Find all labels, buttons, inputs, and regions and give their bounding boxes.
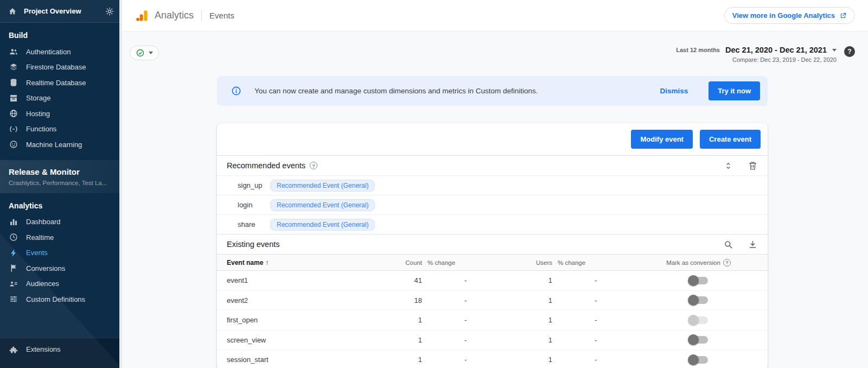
date-range-selector[interactable]: Last 12 months Dec 21, 2020 - Dec 21, 20… — [676, 46, 837, 54]
sidebar-item-events[interactable]: Events — [0, 245, 119, 261]
analytics-topbar: Analytics Events View more in Google Ana… — [122, 0, 868, 31]
mark-as-conversion-toggle[interactable] — [689, 277, 708, 284]
mark-as-conversion-toggle[interactable] — [689, 356, 708, 364]
mark-as-conversion-toggle[interactable] — [689, 336, 708, 344]
sidebar-item-storage[interactable]: Storage — [0, 91, 119, 106]
download-icon[interactable] — [748, 239, 758, 250]
existing-events-header: Existing events — [217, 234, 768, 254]
count-cell: 41 — [384, 276, 422, 284]
sidebar-item-realtime-database[interactable]: Realtime Database — [0, 75, 119, 91]
modify-event-button[interactable]: Modify event — [631, 130, 692, 149]
app-root: Project Overview Build Authentication Fi… — [0, 0, 868, 368]
event-table-row: event1 41 - 1 - — [217, 271, 768, 291]
date-range-value: Dec 21, 2020 - Dec 21, 2021 — [725, 46, 827, 54]
users-change-cell: - — [552, 336, 639, 344]
sidebar-item-label: Events — [26, 249, 48, 257]
unfold-icon[interactable] — [723, 161, 733, 171]
sidebar-item-hosting[interactable]: Hosting — [0, 106, 119, 122]
sidebar-item-authentication[interactable]: Authentication — [0, 44, 119, 60]
view-more-label: View more in Google Analytics — [732, 11, 835, 20]
sidebar-item-label: Dashboard — [26, 218, 61, 226]
sidebar-bottom-section: Extensions — [0, 338, 119, 368]
sidebar-item-label: Realtime Database — [26, 79, 86, 87]
sidebar-item-extensions[interactable]: Extensions — [0, 342, 119, 358]
sidebar-item-conversions[interactable]: Conversions — [0, 261, 119, 276]
flag-icon — [9, 263, 18, 273]
try-it-now-button[interactable]: Try it now — [709, 81, 760, 100]
functions-parens-icon — [9, 124, 18, 134]
banner-message: You can now create and manage custom dim… — [250, 87, 652, 95]
filter-chip[interactable] — [130, 46, 159, 60]
clock-icon — [9, 232, 18, 242]
recommended-help-icon[interactable] — [310, 162, 317, 169]
column-users: Users — [509, 259, 552, 266]
dismiss-button[interactable]: Dismiss — [660, 87, 688, 95]
change-cell: - — [422, 336, 509, 344]
sidebar: Project Overview Build Authentication Fi… — [0, 0, 122, 368]
trash-icon[interactable] — [748, 161, 758, 171]
date-range-block: Last 12 months Dec 21, 2020 - Dec 21, 20… — [676, 46, 837, 63]
conversion-help-icon[interactable] — [723, 259, 731, 267]
puzzle-icon — [9, 345, 18, 354]
ml-face-icon — [9, 139, 18, 149]
sidebar-item-audiences[interactable]: Audiences — [0, 276, 119, 292]
recommended-event-row: sign_up Recommended Event (General) — [217, 175, 768, 195]
sidebar-item-label: Conversions — [26, 264, 65, 272]
users-cell: 1 — [509, 276, 552, 284]
sidebar-item-firestore[interactable]: Firestore Database — [0, 60, 119, 75]
home-icon — [8, 7, 17, 16]
sidebar-item-custom-definitions[interactable]: Custom Definitions — [0, 291, 119, 307]
controls-row: Last 12 months Dec 21, 2020 - Dec 21, 20… — [122, 31, 868, 63]
count-cell: 18 — [384, 296, 422, 304]
sidebar-item-label: Storage — [26, 94, 51, 102]
recommended-events-header: Recommended events — [217, 155, 768, 175]
mark-as-conversion-toggle[interactable] — [689, 316, 708, 324]
event-table-row: session_start 1 - 1 - — [217, 350, 768, 368]
change-cell: - — [422, 356, 509, 364]
column-event-name[interactable]: Event name — [227, 259, 384, 267]
sidebar-item-functions[interactable]: Functions — [0, 122, 119, 137]
column-mark-as-conversion: Mark as conversion — [639, 259, 758, 267]
analytics-section-label: Analytics — [0, 193, 119, 214]
chevron-down-icon — [149, 52, 153, 54]
view-more-ga-button[interactable]: View more in Google Analytics — [724, 7, 855, 24]
release-monitor-section[interactable]: Release & Monitor Crashlytics, Performan… — [0, 160, 119, 193]
event-table-row: screen_view 1 - 1 - — [217, 331, 768, 351]
content-area: Last 12 months Dec 21, 2020 - Dec 21, 20… — [122, 31, 868, 368]
google-analytics-logo-icon — [135, 9, 149, 23]
event-table-row: first_open 1 - 1 - — [217, 310, 768, 331]
help-icon[interactable] — [844, 46, 855, 57]
column-users-change: % change — [552, 259, 639, 266]
change-cell: - — [422, 276, 509, 284]
database-icon — [9, 78, 18, 87]
sidebar-item-label: Firestore Database — [26, 63, 86, 71]
event-name-cell: event1 — [227, 276, 384, 284]
recommended-event-chip: Recommended Event (General) — [270, 199, 375, 211]
existing-events-title: Existing events — [227, 240, 280, 249]
sidebar-scrollbar[interactable] — [119, 0, 122, 368]
sidebar-item-label: Authentication — [26, 48, 71, 56]
recommended-event-name: sign_up — [238, 181, 264, 189]
settings-gear-icon[interactable] — [105, 7, 114, 16]
page-title: Events — [209, 11, 234, 20]
project-overview-label[interactable]: Project Overview — [24, 7, 98, 15]
sidebar-item-machine-learning[interactable]: Machine Learning — [0, 137, 119, 153]
mark-as-conversion-toggle[interactable] — [689, 296, 708, 304]
recommended-event-row: login Recommended Event (General) — [217, 195, 768, 214]
users-change-cell: - — [552, 356, 639, 364]
project-overview-nav[interactable]: Project Overview — [0, 0, 122, 23]
users-change-cell: - — [552, 316, 639, 324]
change-cell: - — [422, 316, 509, 324]
column-change: % change — [422, 259, 509, 266]
column-count: Count — [384, 259, 422, 266]
info-icon — [231, 86, 241, 96]
sidebar-item-dashboard[interactable]: Dashboard — [0, 214, 119, 230]
users-cell: 1 — [509, 356, 552, 364]
sidebar-item-label: Custom Definitions — [26, 295, 85, 303]
sidebar-item-realtime[interactable]: Realtime — [0, 230, 119, 245]
create-event-button[interactable]: Create event — [700, 130, 761, 149]
search-icon[interactable] — [723, 239, 733, 250]
users-change-cell: - — [552, 276, 639, 284]
storage-box-icon — [9, 93, 18, 103]
sidebar-item-label: Audiences — [26, 280, 59, 288]
